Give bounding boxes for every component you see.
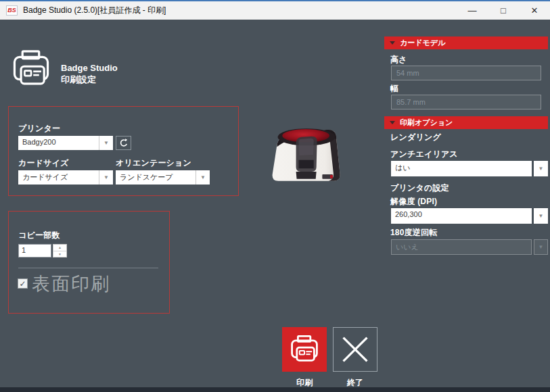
chevron-down-icon[interactable]: ▼ [99, 170, 113, 185]
rotate-180-label: 180度逆回転 [390, 227, 437, 239]
collapse-icon [390, 121, 395, 124]
print-icon [288, 335, 321, 364]
chevron-down-icon[interactable]: ▼ [196, 170, 210, 185]
spin-down-icon[interactable]: ▼ [53, 251, 66, 258]
card-size-label: カードサイズ [18, 157, 69, 169]
front-print-label: 表面印刷 [32, 272, 110, 296]
window-title: Badge Studio (2.5.0)[社員証作成 - 印刷] [23, 5, 166, 16]
close-x-icon [340, 334, 371, 365]
printer-label: プリンター [18, 123, 60, 134]
app-logo-icon: BS [6, 5, 18, 16]
printer-select[interactable]: Badgy200 ▼ [18, 136, 113, 150]
orientation-select[interactable]: ランドスケープ ▼ [116, 170, 210, 185]
antialias-select[interactable]: はい ▼ [391, 161, 548, 176]
refresh-icon [118, 138, 129, 149]
rotate-180-select: いいえ ▼ [391, 239, 548, 255]
print-button[interactable] [282, 327, 327, 372]
printer-settings-icon [9, 49, 53, 91]
copies-label: コピー部数 [18, 230, 60, 241]
antialias-label: アンチエイリアス [390, 149, 458, 160]
dpi-select[interactable]: 260,300 ▼ [391, 208, 548, 224]
height-label: 高さ [390, 54, 407, 66]
height-field: 54 mm [391, 66, 541, 80]
check-icon: ✓ [19, 279, 26, 289]
spin-up-icon[interactable]: ▲ [53, 245, 66, 251]
card-model-section-header[interactable]: カードモデル [384, 36, 548, 49]
copies-group [8, 211, 170, 314]
refresh-printers-button[interactable] [116, 136, 131, 150]
maximize-button[interactable]: □ [488, 1, 519, 20]
close-button[interactable]: ✕ [519, 1, 550, 20]
dpi-label: 解像度 (DPI) [390, 196, 437, 207]
collapse-icon [390, 41, 395, 45]
copies-input[interactable]: 1 [18, 244, 51, 258]
badge-studio-print-window: BS Badge Studio (2.5.0)[社員証作成 - 印刷] — □ … [0, 0, 550, 392]
minimize-button[interactable]: — [457, 1, 488, 20]
printer-settings-label: プリンタの設定 [390, 182, 449, 194]
copies-stepper[interactable]: 1 ▲ ▼ [18, 244, 67, 258]
exit-button[interactable] [333, 327, 377, 372]
chevron-down-icon: ▼ [534, 239, 548, 255]
front-print-checkbox[interactable]: ✓ [18, 278, 28, 289]
divider [18, 268, 158, 268]
chevron-down-icon[interactable]: ▼ [99, 136, 113, 150]
header-title: Badge Studio印刷設定 [61, 62, 118, 85]
bottom-edge [0, 387, 550, 392]
print-options-section-header[interactable]: 印刷オプション [384, 116, 548, 129]
card-size-select[interactable]: カードサイズ ▼ [18, 170, 113, 185]
chevron-down-icon[interactable]: ▼ [534, 208, 548, 224]
width-label: 幅 [390, 83, 398, 95]
printer-product-image [266, 116, 351, 189]
rendering-label: レンダリング [390, 132, 441, 143]
chevron-down-icon[interactable]: ▼ [534, 161, 548, 176]
width-field: 85.7 mm [391, 95, 541, 109]
orientation-label: オリエンテーション [116, 157, 191, 169]
titlebar: BS Badge Studio (2.5.0)[社員証作成 - 印刷] — □ … [0, 0, 550, 20]
